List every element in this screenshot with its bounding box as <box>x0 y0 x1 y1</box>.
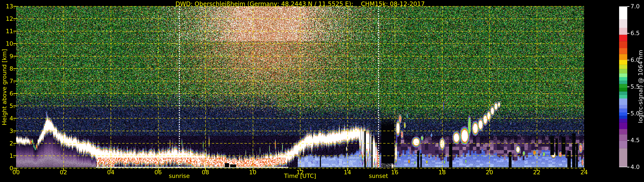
sunrise-annotation: sunrise <box>169 173 190 179</box>
x-tick-label: 22 <box>533 169 540 176</box>
x-tick-label: 14 <box>344 169 351 176</box>
y-tick-label: 12. <box>6 15 15 22</box>
x-tick-label: 12 <box>296 169 304 176</box>
y-tick-label: 7. <box>10 78 15 84</box>
y-axis-label: Height above ground [km] <box>1 49 8 125</box>
y-tick-label: 11. <box>6 28 15 34</box>
colorbar-label: log(rc-signal) @ 1064 nm <box>637 50 644 123</box>
y-tick-label: 10. <box>6 40 15 47</box>
y-tick-label: 3. <box>10 127 15 134</box>
y-tick-label: 2. <box>10 140 15 146</box>
lidar-heatmap-canvas <box>0 0 644 182</box>
colorbar-tick-label: 4.0 <box>630 164 640 170</box>
x-tick-label: 24 <box>580 169 588 176</box>
y-tick-label: 6. <box>10 90 15 97</box>
x-tick-label: 04 <box>107 169 114 176</box>
x-tick-label: 16 <box>391 169 398 176</box>
x-tick-label: 20 <box>486 169 493 176</box>
y-tick-label: 8. <box>10 65 15 72</box>
colorbar-tick-label: 6.5 <box>630 30 640 36</box>
x-tick-label: 18 <box>438 169 446 176</box>
x-tick-label: 06 <box>154 169 162 176</box>
y-tick-label: 13. <box>6 3 15 10</box>
x-tick-label: 10 <box>249 169 256 176</box>
x-tick-label: 02 <box>60 169 67 176</box>
page-title: DWD: Oberschleißheim (Germany; 48.2443 N… <box>176 0 425 7</box>
colorbar-tick-label: 4.5 <box>630 137 640 143</box>
colorbar-tick-label: 7.0 <box>630 3 640 10</box>
lidar-quicklook-page: DWD: Oberschleißheim (Germany; 48.2443 N… <box>0 0 644 182</box>
y-tick-label: 4. <box>10 115 15 122</box>
x-tick-label: 00 <box>12 169 20 176</box>
sunset-annotation: sunset <box>369 173 388 179</box>
y-tick-label: 5. <box>10 102 15 109</box>
x-tick-label: 08 <box>202 169 209 176</box>
y-tick-label: 1. <box>10 152 15 159</box>
y-tick-label: 9. <box>10 53 15 59</box>
